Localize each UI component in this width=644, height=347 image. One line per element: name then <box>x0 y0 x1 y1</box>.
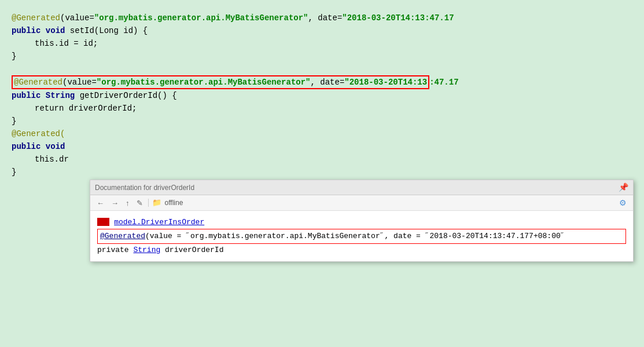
forward-button[interactable]: → <box>109 198 120 208</box>
annotation-generated-2: @Generated <box>14 78 62 87</box>
code-date-1: "2018-03-20T14:13:47.17 <box>342 13 454 23</box>
popup-content: model.DriverInsOrder @Generated(value = … <box>90 211 633 261</box>
popup-line-2: @Generated(value = ˝org.mybatis.generato… <box>97 229 626 244</box>
kw-public-1: public <box>12 26 41 35</box>
edit-button[interactable]: ✎ <box>135 198 145 208</box>
gear-button[interactable]: ⚙ <box>617 198 628 208</box>
up-button[interactable]: ↑ <box>124 198 131 208</box>
code-line-10: public void <box>12 140 644 153</box>
kw-public-2: public <box>12 91 41 100</box>
popup-toolbar: ← → ↑ ✎ 📁 offline ⚙ <box>90 195 633 211</box>
documentation-popup: Documentation for driverOrderId 📌 ← → ↑ … <box>90 180 634 262</box>
code-line-6: public String getDriverOrderId() { <box>12 89 644 102</box>
code-line-9: @Generated( <box>12 127 644 140</box>
toolbar-separator <box>148 199 149 207</box>
code-line-3: this.id = id; <box>12 37 644 50</box>
code-line-4: } <box>12 50 644 63</box>
code-line-5: @Generated(value="org.mybatis.generator.… <box>12 75 644 89</box>
code-str-1: "org.mybatis.generator.api.MyBatisGenera… <box>94 13 308 23</box>
pin-icon[interactable]: 📌 <box>619 182 628 192</box>
code-line-1: @Generated(value="org.mybatis.generator.… <box>12 12 644 24</box>
code-line-empty <box>12 63 644 75</box>
annotation-generated-1: @Generated <box>12 13 60 23</box>
code-line-7: return driverOrderId; <box>12 102 644 115</box>
at-generated-link[interactable]: @Generated <box>100 232 145 240</box>
code-line-12: } <box>12 166 644 178</box>
back-button[interactable]: ← <box>95 198 106 208</box>
code-line-11: this.dr <box>12 153 644 166</box>
kw-void-2: void <box>46 142 65 151</box>
offline-label: offline <box>165 199 183 207</box>
kw-public-3: public <box>12 142 41 151</box>
code-line-8: } <box>12 115 644 127</box>
code-str-2: "org.mybatis.generator.api.MyBatisGenera… <box>97 78 311 87</box>
popup-line-3: private String driverOrderId <box>97 244 626 257</box>
code-line-2: public void setId(Long id) { <box>12 24 644 37</box>
kw-string: String <box>46 91 75 100</box>
folder-icon: 📁 <box>152 198 161 207</box>
code-date-2b: :47.17 <box>429 78 458 87</box>
code-date-2: "2018-03-20T14:13 <box>344 78 427 87</box>
annotation-generated-3: @Generated( <box>12 129 65 138</box>
string-link[interactable]: String <box>133 246 160 254</box>
driver-ins-order-link[interactable]: model.DriverInsOrder <box>114 218 204 227</box>
red-label <box>97 218 109 226</box>
popup-title-bar: Documentation for driverOrderId 📌 <box>90 180 633 195</box>
code-area: @Generated(value="org.mybatis.generator.… <box>0 0 644 347</box>
popup-line-1: model.DriverInsOrder <box>97 215 626 229</box>
popup-title: Documentation for driverOrderId <box>95 184 194 192</box>
highlighted-annotation-line: @Generated(value="org.mybatis.generator.… <box>12 75 429 89</box>
kw-void-1: void <box>46 26 65 35</box>
